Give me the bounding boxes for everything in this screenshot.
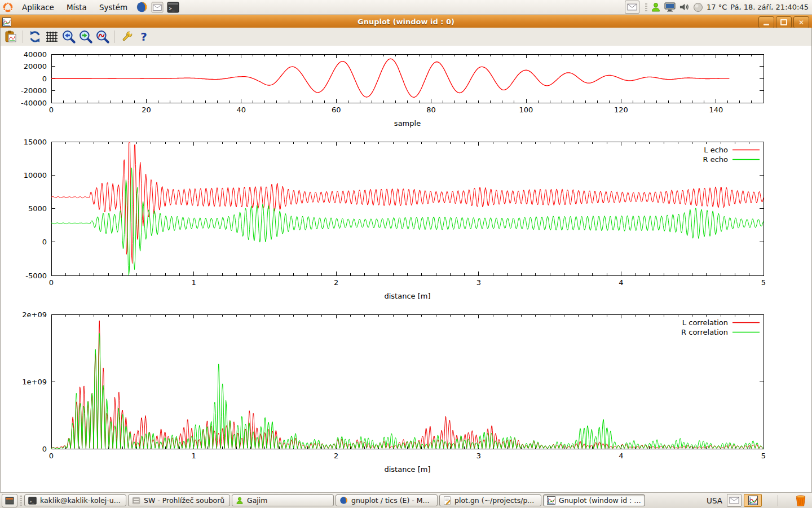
temperature-label: 17 °C bbox=[707, 3, 727, 11]
svg-text:3: 3 bbox=[476, 452, 481, 460]
wrench-icon bbox=[120, 30, 134, 43]
svg-text:60: 60 bbox=[332, 106, 341, 114]
minimize-button[interactable] bbox=[758, 16, 774, 28]
keyboard-layout-indicator[interactable]: USA bbox=[707, 496, 722, 505]
autoscale-button[interactable] bbox=[95, 29, 111, 45]
configure-button[interactable] bbox=[119, 29, 135, 45]
top-panel: Aplikace Místa Systém >_ bbox=[0, 0, 812, 15]
taskbar-button-gnuplot[interactable]: Gnuplot (window id : 0) bbox=[543, 494, 645, 506]
svg-text:2: 2 bbox=[334, 452, 338, 460]
taskbar-button-gajim[interactable]: Gajim bbox=[232, 494, 334, 506]
tray-separator bbox=[645, 3, 647, 11]
toolbar-separator bbox=[23, 30, 23, 43]
zoom-previous-button[interactable] bbox=[61, 29, 77, 45]
gnuplot-windowlist-button[interactable] bbox=[744, 494, 762, 507]
show-desktop-button[interactable] bbox=[2, 494, 17, 507]
ubuntu-logo-icon[interactable] bbox=[2, 1, 14, 14]
svg-text:1e+09: 1e+09 bbox=[22, 378, 47, 386]
svg-text:20000: 20000 bbox=[24, 62, 47, 71]
menu-system[interactable]: Systém bbox=[93, 0, 134, 14]
svg-text:2e+09: 2e+09 bbox=[22, 310, 47, 319]
firefox-launcher[interactable] bbox=[135, 1, 148, 14]
terminal-icon: >_ bbox=[28, 497, 37, 505]
file-manager-icon bbox=[132, 497, 140, 505]
svg-text:5000: 5000 bbox=[28, 204, 47, 213]
window-title: Gnuplot (window id : 0) bbox=[0, 17, 812, 26]
svg-text:80: 80 bbox=[426, 106, 436, 114]
close-icon: ✕ bbox=[798, 19, 804, 26]
trash-icon bbox=[795, 494, 807, 507]
chart-1: 012345-5000050001000015000distance [m]L … bbox=[24, 138, 766, 301]
svg-text:0: 0 bbox=[49, 106, 54, 114]
taskbar-button-editor[interactable]: plot.gn (~/projects/p... bbox=[439, 494, 541, 506]
task-label: gnuplot / tics (E) - M... bbox=[351, 496, 429, 505]
svg-text:0: 0 bbox=[42, 238, 47, 246]
svg-text:140: 140 bbox=[709, 106, 723, 114]
mail-launcher[interactable] bbox=[151, 1, 164, 14]
volume-icon[interactable] bbox=[679, 2, 690, 12]
replot-icon bbox=[28, 30, 42, 43]
minimize-icon bbox=[764, 24, 769, 25]
task-label: SW - Prohlížeč souborů bbox=[144, 496, 224, 505]
gnuplot-icon bbox=[748, 496, 758, 505]
zoom-previous-icon bbox=[61, 29, 76, 44]
weather-icon[interactable] bbox=[693, 2, 703, 12]
gnuplot-plots[interactable]: 020406080100120140-40000-200000200004000… bbox=[1, 46, 811, 493]
svg-text:0: 0 bbox=[42, 445, 47, 453]
text-editor-icon bbox=[443, 496, 451, 505]
series-l-correlation bbox=[51, 321, 763, 448]
zoom-next-button[interactable] bbox=[78, 29, 94, 45]
svg-text:40: 40 bbox=[237, 106, 246, 114]
maximize-button[interactable] bbox=[776, 16, 792, 28]
svg-text:R correlation: R correlation bbox=[681, 328, 728, 336]
show-desktop-icon bbox=[5, 497, 14, 505]
svg-text:sample: sample bbox=[394, 119, 421, 128]
svg-text:40000: 40000 bbox=[24, 50, 47, 59]
copy-to-clipboard-button[interactable] bbox=[3, 29, 19, 45]
task-label: Gnuplot (window id : 0) bbox=[559, 496, 641, 505]
svg-text:20: 20 bbox=[142, 106, 151, 114]
help-button[interactable]: ? bbox=[136, 29, 152, 45]
terminal-launcher[interactable]: >_ bbox=[167, 1, 179, 14]
svg-text:2: 2 bbox=[334, 278, 338, 287]
menubar: Aplikace Místa Systém bbox=[16, 0, 134, 14]
task-label: Gajim bbox=[247, 496, 267, 505]
mail-notification-button[interactable] bbox=[727, 494, 742, 507]
chart-2: 01234501e+092e+09distance [m]L correlati… bbox=[22, 310, 766, 474]
svg-text:distance [m]: distance [m] bbox=[384, 465, 430, 474]
taskbar-button-terminal[interactable]: >_ kaklik@kaklik-kolej-u... bbox=[24, 494, 126, 506]
svg-text:-5000: -5000 bbox=[25, 271, 47, 280]
mail-indicator[interactable] bbox=[625, 1, 639, 14]
toggle-grid-button[interactable] bbox=[44, 29, 60, 45]
plot-canvas[interactable]: 020406080100120140-40000-200000200004000… bbox=[1, 46, 811, 493]
menu-mista[interactable]: Místa bbox=[60, 0, 93, 14]
display-icon[interactable] bbox=[664, 2, 676, 12]
clock-label[interactable]: Pá, 18. září, 21:40:45 bbox=[730, 3, 809, 11]
svg-text:120: 120 bbox=[614, 106, 628, 114]
toolbar: ? bbox=[1, 28, 811, 46]
svg-text:0: 0 bbox=[42, 75, 47, 83]
titlebar[interactable]: Gnuplot (window id : 0) ✕ bbox=[0, 15, 812, 28]
zoom-next-icon bbox=[78, 29, 93, 44]
trash-applet[interactable] bbox=[794, 494, 807, 507]
svg-text:L correlation: L correlation bbox=[682, 318, 728, 327]
series-r-echo bbox=[51, 168, 764, 275]
tasklist-handle[interactable] bbox=[20, 496, 22, 506]
mail-indicator-icon bbox=[627, 3, 637, 11]
panel-tray: 17 °C Pá, 18. září, 21:40:45 bbox=[625, 0, 809, 14]
taskbar-button-firefox[interactable]: gnuplot / tics (E) - M... bbox=[336, 494, 438, 506]
ubuntu-logo-icon bbox=[2, 2, 14, 13]
replot-button[interactable] bbox=[27, 29, 43, 45]
taskbar-button-file-manager[interactable]: SW - Prohlížeč souborů bbox=[128, 494, 230, 506]
gajim-status-icon[interactable] bbox=[651, 2, 661, 12]
svg-text:>_: >_ bbox=[169, 6, 175, 11]
mail-icon bbox=[151, 2, 164, 13]
series-l-echo bbox=[51, 142, 764, 264]
svg-text:4: 4 bbox=[619, 452, 623, 460]
series-r-correlation bbox=[51, 334, 763, 449]
svg-text:0: 0 bbox=[49, 452, 54, 460]
terminal-icon: >_ bbox=[167, 2, 179, 13]
grid-icon bbox=[45, 30, 59, 43]
menu-aplikace[interactable]: Aplikace bbox=[16, 0, 60, 14]
close-button[interactable]: ✕ bbox=[793, 16, 809, 28]
